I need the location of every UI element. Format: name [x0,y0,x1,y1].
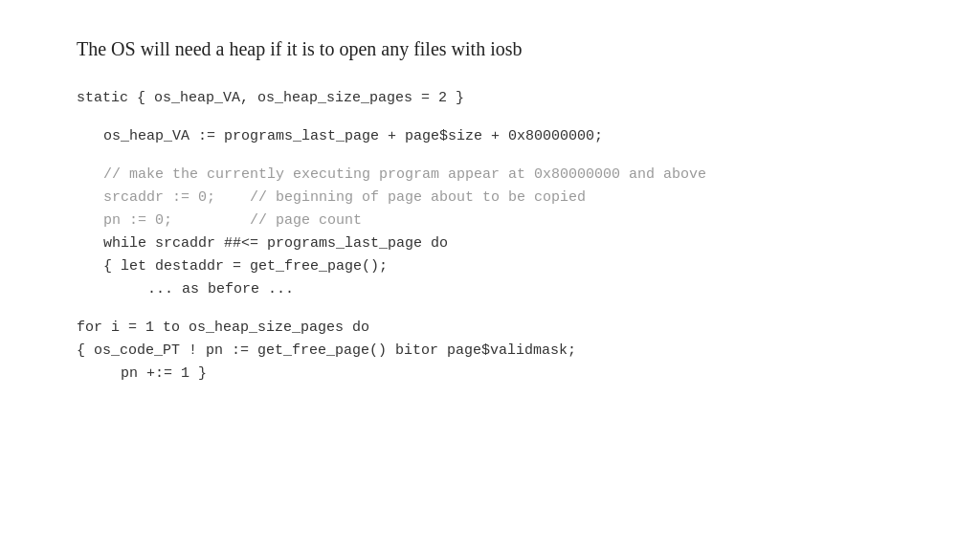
page-heading: The OS will need a heap if it is to open… [77,38,903,60]
comment1-line: // make the currently executing program … [77,164,903,187]
code-block: static { os_heap_VA, os_heap_size_pages … [77,87,903,386]
srcaddr-line: srcaddr := 0; // beginning of page about… [77,187,903,209]
pn-line: pn := 0; // page count [77,209,903,232]
pn-inc-line: pn +:= 1 } [77,363,903,386]
while-line: while srcaddr ##<= programs_last_page do [77,232,903,255]
os-code-line: { os_code_PT ! pn := get_free_page() bit… [77,340,903,363]
heap-va-assign-line: os_heap_VA := programs_last_page + page$… [77,125,903,148]
let-line: { let destaddr = get_free_page(); [77,255,903,278]
static-decl-line: static { os_heap_VA, os_heap_size_pages … [77,87,903,110]
for-line: for i = 1 to os_heap_size_pages do [77,317,903,340]
as-before-line: ... as before ... [77,278,903,301]
